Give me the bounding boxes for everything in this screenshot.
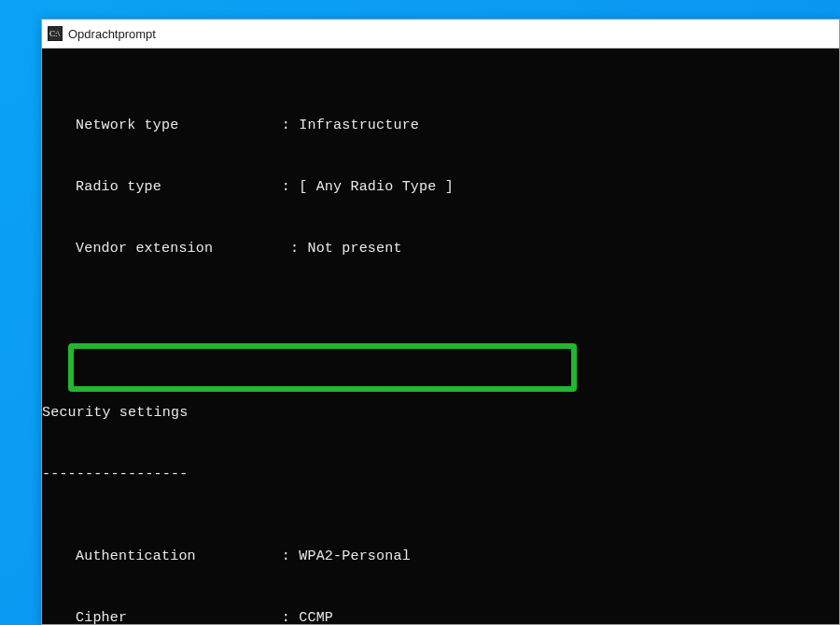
security-settings-header: Security settings (42, 403, 839, 424)
blank-line (42, 321, 839, 341)
desktop-background: C:\ Opdrachtprompt Network type : Infras… (0, 0, 840, 625)
svg-text:C:\: C:\ (49, 29, 61, 38)
row-vendor-extension: Vendor extension : Not present (42, 239, 839, 259)
titlebar[interactable]: C:\ Opdrachtprompt (42, 20, 839, 49)
cmd-window: C:\ Opdrachtprompt Network type : Infras… (41, 19, 840, 625)
annotation-highlight (68, 343, 577, 392)
row-authentication-1: Authentication : WPA2-Personal (42, 547, 839, 567)
row-radio-type: Radio type : [ Any Radio Type ] (42, 177, 839, 198)
window-title: Opdrachtprompt (68, 27, 156, 41)
security-settings-dashes: ----------------- (42, 465, 839, 485)
cmd-icon: C:\ (48, 26, 63, 41)
row-network-type: Network type : Infrastructure (42, 116, 839, 136)
row-cipher-1: Cipher : CCMP (42, 608, 839, 624)
terminal-output[interactable]: Network type : Infrastructure Radio type… (42, 49, 839, 624)
